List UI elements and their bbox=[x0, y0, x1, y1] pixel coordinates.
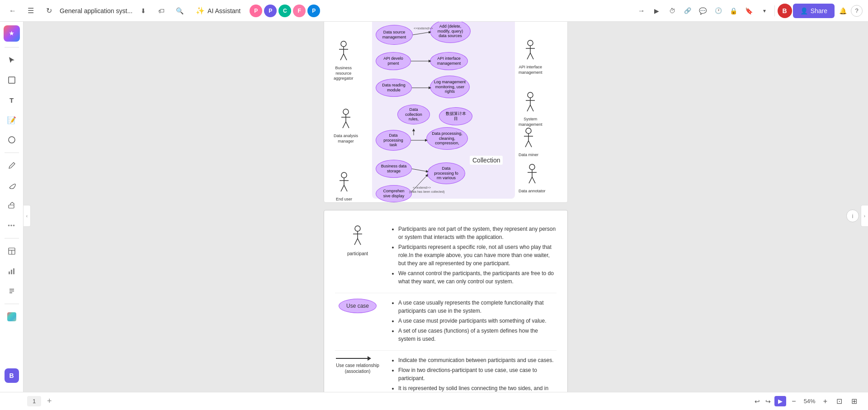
uc-data-reading: Data readingmodule bbox=[376, 79, 412, 97]
frame-tool[interactable] bbox=[3, 71, 21, 89]
brand-icon[interactable]: B bbox=[5, 368, 19, 383]
cursor-mode-button[interactable]: ▶ bbox=[774, 396, 786, 406]
fit-button[interactable]: ⊡ bbox=[833, 395, 846, 407]
svg-line-30 bbox=[413, 32, 430, 35]
comment-button[interactable]: 💬 bbox=[696, 4, 710, 18]
cursor-tool[interactable] bbox=[3, 51, 21, 69]
zoom-in-button[interactable]: + bbox=[820, 396, 831, 407]
bookmark-button[interactable]: 🔖 bbox=[742, 4, 756, 18]
svg-point-40 bbox=[528, 40, 533, 46]
highlighter-tool[interactable] bbox=[3, 176, 21, 195]
eraser-tool[interactable] bbox=[3, 196, 21, 215]
tag-button[interactable]: 🏷 bbox=[154, 4, 169, 18]
uc-business-data-storage: Business datastorage bbox=[376, 160, 412, 178]
more-tools[interactable]: ••• bbox=[3, 216, 21, 234]
info-icon[interactable]: i bbox=[846, 210, 859, 222]
uc-data-processing-task: Dataprocessingtask bbox=[376, 130, 411, 151]
notification-button[interactable]: 🔔 bbox=[835, 4, 850, 18]
legend-participant-bullet-1: Participants are not part of the system,… bbox=[398, 225, 557, 241]
svg-line-23 bbox=[343, 122, 346, 128]
sidebar-divider-1 bbox=[5, 47, 19, 48]
sticky-tool[interactable]: 📝 bbox=[3, 111, 21, 129]
history-button[interactable]: 🕐 bbox=[711, 4, 726, 18]
legend-use-case-symbol: Use case bbox=[335, 299, 380, 313]
chart-tool[interactable] bbox=[3, 262, 21, 280]
right-panel-toggle[interactable]: › bbox=[861, 205, 868, 227]
color-palette-tool[interactable] bbox=[3, 308, 21, 326]
avatar-3: C bbox=[278, 5, 291, 17]
stick-figure-5 bbox=[524, 91, 537, 114]
timer-button[interactable]: ⏱ bbox=[665, 4, 679, 18]
svg-line-64 bbox=[358, 238, 361, 245]
lock-button[interactable]: 🔒 bbox=[726, 4, 741, 18]
legend-use-case-row: Use case A use case usually represents t… bbox=[335, 293, 557, 351]
sidebar-divider-4 bbox=[5, 304, 19, 304]
refresh-button[interactable]: ↻ bbox=[42, 4, 56, 18]
ai-icon: ✨ bbox=[196, 6, 205, 15]
legend-stick-figure bbox=[351, 225, 364, 248]
sidebar-divider-2 bbox=[5, 153, 19, 153]
download-button[interactable]: ⬇ bbox=[136, 4, 151, 18]
text-tool[interactable]: T bbox=[3, 91, 21, 109]
link-button[interactable]: 🔗 bbox=[680, 4, 695, 18]
shapes-tool[interactable] bbox=[3, 131, 21, 149]
svg-point-50 bbox=[526, 128, 531, 133]
menu-button[interactable]: ☰ bbox=[24, 4, 38, 18]
actor-system-mgmt: Systemmanagement bbox=[519, 91, 542, 127]
svg-text:<<extend>>: <<extend>> bbox=[413, 186, 431, 190]
avatar-5: P bbox=[307, 5, 320, 17]
svg-line-28 bbox=[341, 185, 344, 191]
uc-log-mgmt: Log managementmonitoring, userrights bbox=[430, 76, 470, 98]
actor-api-interface: API interfacemanagement bbox=[519, 39, 542, 75]
legend-participant-text: Participants are not part of the system,… bbox=[391, 225, 557, 287]
help-button[interactable]: ? bbox=[851, 5, 863, 17]
undo-button[interactable]: ↩ bbox=[753, 396, 762, 407]
actor-data-miner: Data miner bbox=[519, 127, 538, 158]
app-logo[interactable]: ★ bbox=[4, 25, 20, 42]
svg-point-45 bbox=[528, 92, 533, 98]
svg-point-20 bbox=[343, 109, 349, 114]
legend-arrow-bullet-1: Indicate the communication between parti… bbox=[398, 356, 557, 364]
chevron-down-button[interactable]: ▾ bbox=[757, 4, 772, 18]
legend-arrow-bullet-2: Flow in two directions-participant to us… bbox=[398, 366, 557, 382]
stick-figure-2 bbox=[339, 108, 353, 131]
stick-figure-3 bbox=[337, 172, 351, 194]
back-button[interactable]: ← bbox=[5, 4, 20, 18]
svg-point-1 bbox=[9, 137, 15, 143]
svg-rect-6 bbox=[9, 272, 10, 274]
left-panel-toggle[interactable]: ‹ bbox=[24, 205, 31, 227]
page-tabs: 1 + bbox=[0, 395, 745, 408]
right-actors: API interfacemanagement Systemma bbox=[515, 22, 560, 199]
svg-line-49 bbox=[530, 105, 533, 111]
uc-comprehensive-display: Comprehensive display bbox=[376, 185, 412, 202]
pages-button[interactable]: ⊞ bbox=[848, 395, 861, 407]
zoom-out-button[interactable]: − bbox=[788, 396, 799, 407]
svg-rect-7 bbox=[11, 270, 12, 274]
table-tool[interactable] bbox=[3, 242, 21, 260]
legend-uc-bullet-1: A use case usually represents the comple… bbox=[398, 299, 557, 315]
forward-button[interactable]: → bbox=[634, 4, 649, 18]
avatar-4: F bbox=[293, 5, 306, 17]
actor-data-miner-label: Data miner bbox=[519, 153, 538, 158]
ai-assistant-button[interactable]: ✨ AI Assistant bbox=[190, 4, 246, 18]
svg-line-43 bbox=[527, 53, 530, 59]
svg-line-63 bbox=[354, 238, 358, 245]
canvas-area[interactable]: › ‹ i bbox=[24, 22, 868, 410]
svg-line-48 bbox=[527, 105, 530, 111]
search-button[interactable]: 🔍 bbox=[172, 4, 187, 18]
present-button[interactable]: ▶ bbox=[650, 4, 664, 18]
legend-arrow-line bbox=[336, 358, 368, 359]
actor-end-user: End user bbox=[336, 172, 352, 202]
actor-data-analysis-label: Data analysismanager bbox=[334, 133, 358, 144]
pen-tool[interactable] bbox=[3, 157, 21, 175]
add-page-button-bottom[interactable]: + bbox=[43, 395, 56, 408]
page-tab-1[interactable]: 1 bbox=[27, 396, 41, 406]
left-sidebar: ★ T 📝 ••• bbox=[0, 22, 24, 410]
list-tool[interactable] bbox=[3, 282, 21, 300]
svg-point-25 bbox=[341, 172, 347, 178]
svg-line-37 bbox=[412, 175, 427, 191]
redo-button[interactable]: ↪ bbox=[764, 396, 773, 407]
left-actors: Businessresourceaggregator Data bbox=[331, 22, 372, 199]
share-button[interactable]: 👤 Share bbox=[793, 4, 835, 18]
share-icon: 👤 bbox=[800, 7, 808, 14]
